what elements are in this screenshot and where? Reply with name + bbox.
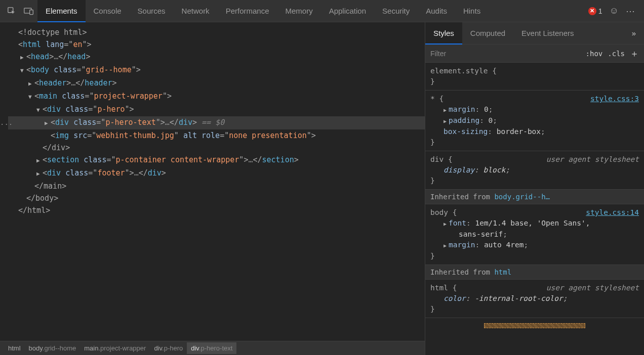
source-link[interactable]: style.css:14 xyxy=(586,207,639,218)
tab-sources[interactable]: Sources xyxy=(130,0,174,22)
crumb-div-p-hero-text[interactable]: div.p-hero-text xyxy=(187,342,236,354)
expand-arrow-icon[interactable] xyxy=(20,52,26,64)
css-property[interactable]: color: -internal-root-color; xyxy=(430,293,639,304)
expand-arrow-icon[interactable] xyxy=(20,65,26,77)
dom-node[interactable]: <!doctype html> xyxy=(8,26,425,38)
css-property[interactable]: ▶margin: 0; xyxy=(430,104,639,115)
css-property[interactable]: box-sizing: border-box; xyxy=(430,126,639,137)
style-rule[interactable]: div {user agent stylesheetdisplay: block… xyxy=(425,151,644,190)
dom-node[interactable]: <header>…</header> xyxy=(8,77,425,90)
css-property[interactable]: display: block; xyxy=(430,165,639,175)
dom-node[interactable]: <img src="webhint-thumb.jpg" alt role="n… xyxy=(8,129,425,142)
style-rule[interactable]: element.style {} xyxy=(425,63,644,91)
dom-node[interactable]: </body> xyxy=(8,192,425,204)
css-property[interactable]: ▶margin: auto 4rem; xyxy=(430,240,639,251)
tab-audits[interactable]: Audits xyxy=(418,0,455,22)
inspect-icon[interactable] xyxy=(3,3,20,20)
new-style-rule-button[interactable]: ＋ xyxy=(630,48,639,60)
crumb-body-grid--home[interactable]: body.grid--home xyxy=(25,342,80,354)
tab-security[interactable]: Security xyxy=(374,0,418,22)
breadcrumb: htmlbody.grid--homemain.project-wrapperd… xyxy=(0,341,425,355)
dom-node[interactable]: <body class="grid--home"> xyxy=(8,64,425,77)
more-icon[interactable]: ⋯ xyxy=(626,6,636,17)
expand-arrow-icon[interactable] xyxy=(28,91,34,103)
inherited-from-bar: Inherited from body.grid--h… xyxy=(425,190,644,204)
error-count: 1 xyxy=(598,7,602,15)
expand-arrow-icon[interactable] xyxy=(36,155,43,167)
styles-tabs: StylesComputedEvent Listeners» xyxy=(425,22,644,45)
side-tab-styles[interactable]: Styles xyxy=(425,22,462,45)
expand-arrow-icon[interactable] xyxy=(28,78,34,90)
style-rule[interactable]: * {style.css:3▶margin: 0;▶padding: 0;box… xyxy=(425,91,644,151)
css-property[interactable]: ▶padding: 0; xyxy=(430,115,639,126)
device-toggle-icon[interactable] xyxy=(20,3,37,20)
cls-toggle[interactable]: .cls xyxy=(608,50,625,58)
dom-node[interactable]: <head>…</head> xyxy=(8,51,425,64)
expand-arrow-icon[interactable] xyxy=(36,168,43,180)
expand-arrow-icon[interactable] xyxy=(36,104,43,116)
dom-node[interactable]: </div> xyxy=(8,142,425,154)
inherited-from-bar: Inherited from html xyxy=(425,265,644,280)
tab-network[interactable]: Network xyxy=(174,0,218,22)
dom-node[interactable]: </html> xyxy=(8,204,425,216)
styles-panel: StylesComputedEvent Listeners» :hov .cls… xyxy=(425,22,644,355)
tab-elements[interactable]: Elements xyxy=(37,0,86,22)
error-icon: ✕ xyxy=(588,7,596,15)
style-rule[interactable]: body {style.css:14▶font: 1em/1.4 base, '… xyxy=(425,204,644,265)
box-model-diagram xyxy=(425,318,644,333)
dom-node[interactable]: <div class="footer">…</div> xyxy=(8,167,425,180)
dom-node[interactable]: <main class="project-wrapper"> xyxy=(8,90,425,103)
tab-performance[interactable]: Performance xyxy=(218,0,277,22)
smiley-icon[interactable]: ☺ xyxy=(610,6,619,16)
source-link[interactable]: style.css:3 xyxy=(590,94,639,104)
crumb-html[interactable]: html xyxy=(4,342,25,354)
dom-node[interactable]: <section class="p-container content-wrap… xyxy=(8,154,425,167)
tab-memory[interactable]: Memory xyxy=(277,0,321,22)
error-count-badge[interactable]: ✕ 1 xyxy=(588,7,602,15)
side-tab-computed[interactable]: Computed xyxy=(462,22,513,45)
dom-node[interactable]: </main> xyxy=(8,180,425,192)
crumb-main-project-wrapper[interactable]: main.project-wrapper xyxy=(80,342,150,354)
dom-node[interactable]: <div class="p-hero"> xyxy=(8,103,425,116)
devtools-toolbar: ElementsConsoleSourcesNetworkPerformance… xyxy=(0,0,644,22)
style-rules: element.style {}* {style.css:3▶margin: 0… xyxy=(425,63,644,355)
more-tabs-icon[interactable]: » xyxy=(624,29,644,37)
filter-input[interactable] xyxy=(430,50,581,58)
expand-arrow-icon[interactable] xyxy=(45,117,51,129)
svg-rect-2 xyxy=(30,10,33,14)
elements-panel: <!doctype html><html lang="en"><head>…</… xyxy=(0,22,425,355)
hov-toggle[interactable]: :hov xyxy=(586,50,603,58)
tab-hints[interactable]: Hints xyxy=(455,0,489,22)
dom-tree[interactable]: <!doctype html><html lang="en"><head>…</… xyxy=(0,22,425,341)
tab-application[interactable]: Application xyxy=(321,0,374,22)
dom-node[interactable]: <div class="p-hero-text">…</div> == $0 xyxy=(8,116,425,129)
crumb-div-p-hero[interactable]: div.p-hero xyxy=(150,342,187,354)
css-property[interactable]: ▶font: 1em/1.4 base, 'Open Sans', xyxy=(430,218,639,229)
tab-console[interactable]: Console xyxy=(86,0,130,22)
dom-node[interactable]: <html lang="en"> xyxy=(8,38,425,51)
style-rule[interactable]: html {user agent stylesheetcolor: -inter… xyxy=(425,280,644,318)
filter-bar: :hov .cls ＋ xyxy=(425,45,644,63)
side-tab-event-listeners[interactable]: Event Listeners xyxy=(513,22,582,45)
